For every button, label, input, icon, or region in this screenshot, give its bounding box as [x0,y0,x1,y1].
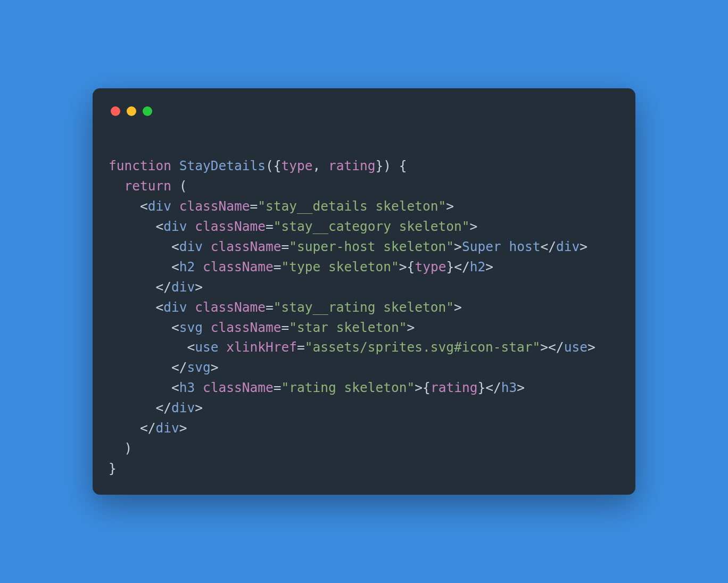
attr-classname: className [203,259,274,274]
tag-div: div [171,400,195,415]
tag-svg: svg [179,320,203,335]
code-block: function StayDetails({type, rating}) { r… [109,156,619,479]
close-icon[interactable] [111,106,120,116]
tag-div: div [171,279,195,295]
tag-h2: h2 [179,259,195,274]
string-type-skeleton: "type skeleton" [282,259,399,274]
tag-div: div [163,219,187,234]
keyword-function: function [109,158,171,173]
param-type: type [282,158,313,173]
attr-xlinkhref: xlinkHref [226,339,297,355]
attr-classname: className [203,380,274,395]
function-name: StayDetails [179,158,266,173]
tag-h3: h3 [501,380,517,395]
tag-div: div [148,198,171,214]
attr-classname: className [195,219,266,234]
attr-classname: className [211,239,282,254]
string-rating-skeleton: "rating skeleton" [282,380,415,395]
window-controls [109,104,619,116]
param-rating: rating [328,158,376,173]
string-super-host: "super-host skeleton" [289,239,454,254]
keyword-return: return [125,178,172,194]
maximize-icon[interactable] [143,106,152,116]
expr-rating: rating [431,380,478,395]
tag-div: div [179,239,203,254]
attr-classname: className [179,198,250,214]
tag-use: use [195,339,218,355]
tag-svg: svg [187,360,211,375]
minimize-icon[interactable] [127,106,136,116]
tag-div: div [156,420,179,436]
string-sprite-href: "assets/sprites.svg#icon-star" [305,339,541,355]
code-window: function StayDetails({type, rating}) { r… [93,88,635,495]
string-stay-rating: "stay__rating skeleton" [274,299,454,315]
text-super-host: Super host [462,239,541,254]
string-star-skeleton: "star skeleton" [289,320,407,335]
expr-type: type [415,259,446,274]
tag-use: use [564,339,588,355]
tag-h2: h2 [470,259,486,274]
attr-classname: className [211,320,282,335]
string-stay-category: "stay__category skeleton" [274,219,470,234]
attr-classname: className [195,299,266,315]
tag-div: div [163,299,187,315]
tag-div: div [556,239,580,254]
string-stay-details: "stay__details skeleton" [258,198,446,214]
tag-h3: h3 [179,380,195,395]
